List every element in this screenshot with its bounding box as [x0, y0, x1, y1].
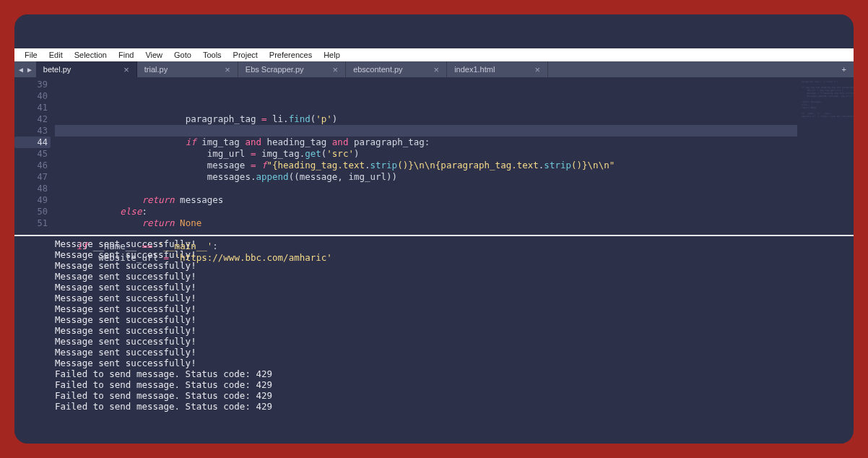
menu-item-selection[interactable]: Selection — [69, 51, 113, 59]
code-line[interactable]: img_url = img_tag.get('src') — [55, 148, 797, 160]
code-line[interactable]: return messages — [55, 194, 797, 206]
line-number: 43 — [14, 125, 48, 137]
line-number: 44 — [14, 137, 51, 148]
code-line[interactable]: website_url = 'https://www.bbc.com/amhar… — [55, 252, 797, 264]
menu-item-find[interactable]: Find — [113, 51, 139, 59]
tab-label: trial.py — [144, 65, 168, 74]
tab-label: Ebs Scrapper.py — [246, 65, 304, 74]
code-line[interactable]: messages.append((message, img_url)) — [55, 171, 797, 183]
tab-label: index1.html — [454, 65, 495, 74]
line-number: 48 — [14, 183, 48, 194]
nav-forward-icon[interactable]: ► — [26, 66, 33, 74]
line-number: 50 — [14, 206, 48, 217]
code-line[interactable]: if img_tag and heading_tag and paragraph… — [55, 137, 797, 148]
line-number: 51 — [14, 217, 48, 229]
menu-item-goto[interactable]: Goto — [168, 51, 197, 59]
menu-item-project[interactable]: Project — [227, 51, 264, 59]
menu-item-view[interactable]: View — [139, 51, 168, 59]
line-number: 41 — [14, 102, 48, 113]
line-number: 46 — [14, 160, 48, 171]
line-number: 42 — [14, 113, 48, 125]
code-editor[interactable]: 39404142434445464748495051 paragraph_tag… — [14, 77, 854, 235]
line-number-gutter: 39404142434445464748495051 — [14, 77, 55, 235]
code-line[interactable]: message = f"{heading_tag.text.strip()}\n… — [55, 160, 797, 171]
new-tab-button[interactable]: + — [835, 61, 854, 77]
tab-nav-arrows[interactable]: ◄ ► — [14, 61, 36, 77]
line-number: 45 — [14, 148, 48, 160]
menu-item-tools[interactable]: Tools — [197, 51, 227, 59]
line-number: 40 — [14, 90, 48, 102]
line-number: 39 — [14, 79, 48, 90]
menu-bar: FileEditSelectionFindViewGotoToolsProjec… — [14, 48, 854, 61]
editor-window: FileEditSelectionFindViewGotoToolsProjec… — [14, 14, 854, 444]
line-number: 49 — [14, 194, 48, 206]
close-icon[interactable]: × — [535, 65, 541, 74]
code-content[interactable]: paragraph_tag = li.find('p') if img_tag … — [55, 77, 797, 235]
code-line[interactable]: if __name__ == '__main__': — [55, 241, 797, 252]
menu-item-file[interactable]: File — [19, 51, 43, 59]
tab-bar: ◄ ► betel.py×trial.py×Ebs Scrapper.py×eb… — [14, 61, 854, 77]
tab-trial-py[interactable]: trial.py× — [137, 61, 238, 77]
code-line[interactable] — [55, 229, 797, 241]
nav-back-icon[interactable]: ◄ — [17, 66, 25, 74]
close-icon[interactable]: × — [123, 65, 129, 74]
code-line[interactable]: else: — [55, 206, 797, 217]
close-icon[interactable]: × — [225, 65, 230, 74]
tab-index1-html[interactable]: index1.html× — [447, 61, 548, 77]
minimap[interactable]: paragraph_tag = li.find('p') if img_tag … — [797, 77, 854, 235]
menu-item-preferences[interactable]: Preferences — [264, 51, 318, 59]
code-line[interactable]: paragraph_tag = li.find('p') — [55, 113, 797, 125]
tab-label: betel.py — [43, 65, 71, 74]
code-line[interactable]: return None — [55, 217, 797, 229]
code-line[interactable] — [55, 125, 797, 137]
close-icon[interactable]: × — [434, 65, 440, 74]
tab-ebscontent-py[interactable]: ebscontent.py× — [346, 61, 447, 77]
close-icon[interactable]: × — [333, 65, 339, 74]
line-number: 47 — [14, 171, 48, 183]
tab-betel-py[interactable]: betel.py× — [36, 61, 137, 77]
tab-ebs-scrapper-py[interactable]: Ebs Scrapper.py× — [238, 61, 346, 77]
tab-label: ebscontent.py — [353, 65, 403, 74]
menu-item-edit[interactable]: Edit — [43, 51, 69, 59]
code-line[interactable] — [55, 183, 797, 194]
menu-item-help[interactable]: Help — [318, 51, 346, 59]
